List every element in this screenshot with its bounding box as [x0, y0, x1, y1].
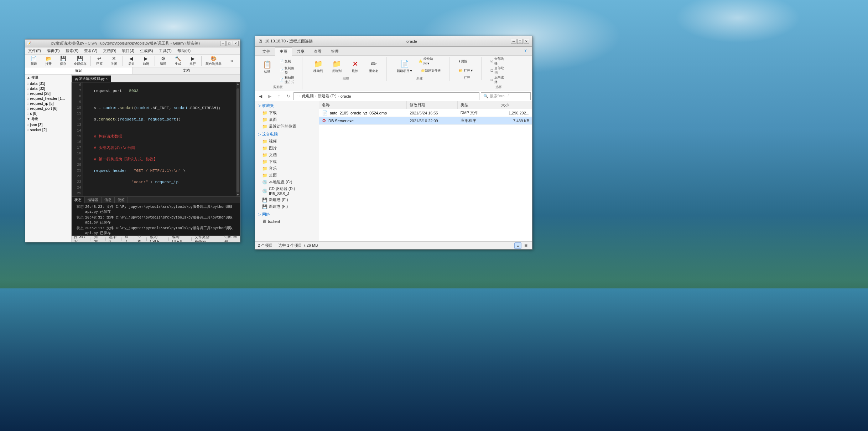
menu-view[interactable]: 查看(V) — [83, 48, 99, 53]
ribbon-selectall-button[interactable]: ☑ 全部选择 — [489, 57, 509, 66]
nav-up-button[interactable]: ↑ — [275, 92, 283, 100]
network-header[interactable]: ▷ 网络 — [255, 211, 319, 218]
menu-edit[interactable]: 编辑(E) — [45, 48, 61, 53]
toolbar-close-button[interactable]: ✕ 关闭 — [107, 55, 121, 67]
sidebar-tab-doc[interactable]: 文档 — [133, 67, 240, 74]
toolbar-open-button[interactable]: 📂 打开 — [41, 55, 55, 67]
status-tab-info[interactable]: 信息 — [102, 197, 115, 203]
ribbon-tab-file[interactable]: 文件 — [258, 47, 275, 55]
search-box[interactable]: 🔍 搜索"ora..." — [481, 92, 531, 100]
ribbon-invertselect-button[interactable]: ⊟ 反向选择 — [489, 76, 509, 84]
geany-minimize-button[interactable]: ─ — [220, 41, 226, 46]
ribbon-delete-button[interactable]: ✕ 删除 — [347, 57, 364, 76]
tree-item-reqheader[interactable]: ◇ request_header [1... — [25, 96, 71, 101]
toolbar-new-button[interactable]: 📄 新建 — [27, 55, 41, 67]
ribbon-newfolder-button[interactable]: 📁 新建文件夹 — [417, 66, 445, 75]
toolbar-save-button[interactable]: 💾 保存 — [56, 55, 70, 67]
ribbon-help-btn[interactable]: ? — [343, 47, 529, 55]
nav-item-music[interactable]: 📁 音乐 — [255, 165, 319, 172]
nav-item-tsclient[interactable]: 🖥 tsclient — [255, 218, 319, 225]
editor-tab-main[interactable]: py发送请求模拟.py × — [72, 75, 111, 82]
toolbar-colorpicker-button[interactable]: 🎨 颜色选择器 — [203, 55, 224, 67]
tree-item-s[interactable]: ◇ s [8] — [25, 111, 71, 116]
col-header-size[interactable]: 大小 — [498, 101, 532, 109]
nav-item-desktop[interactable]: 📁 桌面 — [255, 116, 319, 123]
ribbon-copy-button[interactable]: 📄 复制 — [278, 57, 298, 66]
address-path[interactable]: ↑ › 此电脑 › 新建卷 (F:) › oracle — [293, 92, 479, 100]
tree-item-data31[interactable]: ◇ data [31] — [25, 81, 71, 86]
toolbar-saveall-button[interactable]: 💾 全部保存 — [71, 55, 89, 67]
col-header-type[interactable]: 类型 — [458, 101, 498, 109]
toolbar-run-button[interactable]: ▶ 执行 — [186, 55, 199, 67]
sidebar-tab-mark[interactable]: 标记 — [25, 67, 133, 74]
view-details-button[interactable]: ≡ — [514, 242, 521, 249]
toolbar-compile-button[interactable]: ⚙ 编译 — [156, 55, 170, 67]
menu-tools[interactable]: 工具(T) — [157, 48, 173, 53]
editor-scrollbar[interactable]: ▲ ▼ — [236, 82, 240, 196]
toolbar-back-button[interactable]: ◀ 后退 — [124, 55, 138, 67]
code-editor[interactable]: 6 7 8 9 10 11 12 13 14 15 16 17 18 19 — [72, 82, 240, 196]
nav-item-desktop2[interactable]: 📁 桌面 — [255, 172, 319, 179]
tree-group-exports[interactable]: ▼ 导出 — [25, 116, 71, 122]
explorer-maximize-button[interactable]: □ — [517, 39, 523, 44]
toolbar-build-button[interactable]: 🔨 生成 — [171, 55, 185, 67]
nav-item-pictures[interactable]: 📁 图片 — [255, 145, 319, 152]
ribbon-easyaccess-button[interactable]: ⭐ 经松访问▼ — [417, 57, 437, 66]
ribbon-copyto-button[interactable]: 📁 复制到 — [328, 57, 345, 76]
status-tab-bookmark[interactable]: 使签 — [115, 197, 128, 203]
nav-item-download[interactable]: 📁 下载 — [255, 109, 319, 116]
tree-item-reqip[interactable]: ◇ request_ip [5] — [25, 101, 71, 106]
status-tab-status[interactable]: 状态 — [72, 197, 85, 203]
ribbon-tab-share[interactable]: 共享 — [292, 47, 309, 55]
menu-file[interactable]: 文件(F) — [27, 48, 42, 53]
nav-item-docs[interactable]: 📁 文档 — [255, 152, 319, 158]
ribbon-open-button[interactable]: 📂 打开▼ — [457, 66, 477, 75]
nav-refresh-button[interactable]: ↻ — [284, 92, 292, 100]
tree-item-json[interactable]: ▷ json [3] — [25, 122, 71, 127]
ribbon-paste-button[interactable]: 📋 粘贴 — [258, 57, 276, 77]
ribbon-tab-home[interactable]: 主页 — [275, 47, 292, 56]
toolbar-forward-button[interactable]: ▶ 前进 — [139, 55, 153, 67]
tree-group-vars[interactable]: ▲ 变量 — [25, 75, 71, 81]
favorites-header[interactable]: ▷ 收藏夹 — [255, 102, 319, 109]
nav-item-drive-d[interactable]: 💿 CD 驱动器 (D:) IR5_SSS_J — [255, 185, 319, 196]
tree-item-reqport[interactable]: ◇ request_port [6] — [25, 106, 71, 111]
thispc-header[interactable]: ▷ 这台电脑 — [255, 130, 319, 138]
ribbon-moveto-button[interactable]: 📁 移动到 — [310, 57, 327, 76]
ribbon-rename-button[interactable]: ✏ 重命名 — [365, 57, 382, 76]
file-item-dmp[interactable]: 📄 auto_2105_oracle_yz_0524.dmp 2021/5/24… — [319, 109, 532, 117]
scroll-down-arrow[interactable]: ▼ — [237, 193, 239, 196]
toolbar-revert-button[interactable]: ↩ 还原 — [92, 55, 106, 67]
nav-forward-button[interactable]: ▶ — [266, 92, 274, 100]
ribbon-properties-button[interactable]: ℹ 属性 — [457, 57, 477, 66]
file-item-exe[interactable]: ⚙ DB Server.exe 2021/6/10 22:09 应用程序 7,4… — [319, 117, 532, 125]
ribbon-newitem-button[interactable]: 📄 新建项目▼ — [394, 57, 415, 76]
ribbon-tab-view[interactable]: 查看 — [309, 47, 326, 55]
nav-back-button[interactable]: ◀ — [256, 92, 264, 100]
nav-item-recent[interactable]: 📁 最近访问的位置 — [255, 123, 319, 130]
status-tab-compiler[interactable]: 编译器 — [85, 197, 102, 203]
nav-item-drive-e[interactable]: 💾 新建卷 (E:) — [255, 196, 319, 203]
col-header-date[interactable]: 修改日期 — [407, 101, 457, 109]
geany-close-button[interactable]: ✕ — [233, 41, 239, 46]
ribbon-shortcut-button[interactable]: 📄 粘贴快捷方式 — [278, 76, 298, 84]
menu-project[interactable]: 项目(J) — [120, 48, 136, 53]
nav-item-drive-c[interactable]: 💿 本地磁盘 (C:) — [255, 179, 319, 185]
geany-maximize-button[interactable]: □ — [227, 41, 232, 46]
tree-item-data32[interactable]: ◇ data [32] — [25, 86, 71, 91]
explorer-close-button[interactable]: ✕ — [524, 39, 529, 44]
nav-item-drive-f[interactable]: 💾 新建卷 (F:) — [255, 203, 319, 210]
view-tiles-button[interactable]: ⊞ — [522, 242, 529, 249]
menu-search[interactable]: 搜索(S) — [64, 48, 80, 53]
toolbar-more-button[interactable]: » — [225, 55, 239, 67]
code-content[interactable]: request_port = 5003 s = socket.socket(so… — [83, 82, 236, 196]
nav-item-downloads[interactable]: 📁 下载 — [255, 158, 319, 165]
nav-item-video[interactable]: 📁 视频 — [255, 138, 319, 145]
menu-build[interactable]: 生成(B) — [139, 48, 155, 53]
scroll-up-arrow[interactable]: ▲ — [237, 82, 239, 86]
ribbon-tab-manage[interactable]: 管理 — [326, 47, 343, 55]
tree-item-socket[interactable]: ▷ socket [2] — [25, 127, 71, 132]
ribbon-copypath-button[interactable]: 📄 复制路径 — [278, 66, 298, 75]
ribbon-deselectall-button[interactable]: ☐ 全部取消 — [489, 66, 509, 75]
explorer-minimize-button[interactable]: ─ — [511, 39, 516, 44]
